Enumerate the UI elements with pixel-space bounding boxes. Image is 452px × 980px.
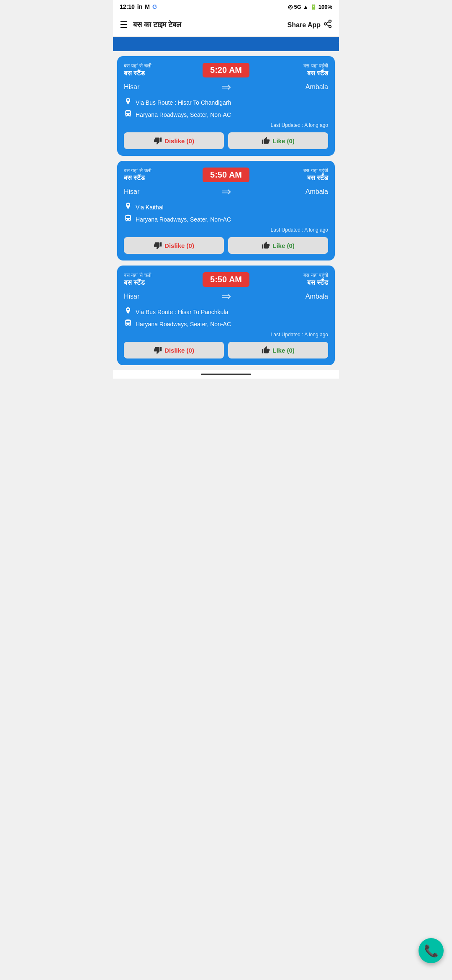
bus-card: बस यहां से चली बस स्टैंड 5:50 AM बस यहा … bbox=[117, 266, 335, 365]
arrow-col: ⇒ bbox=[216, 289, 236, 303]
bus-service-text: Haryana Roadways, Seater, Non-AC bbox=[136, 321, 231, 328]
from-city: Hisar bbox=[124, 188, 216, 196]
app-header: ☰ बस का टाइम टेबल Share App bbox=[113, 13, 339, 37]
from-name: बस स्टैंड bbox=[124, 279, 203, 286]
like-label: Like (0) bbox=[272, 347, 295, 354]
to-city: Ambala bbox=[236, 293, 328, 300]
like-label: Like (0) bbox=[272, 137, 295, 144]
time-col: 5:50 AM bbox=[203, 272, 249, 287]
info-banner: कृपया यात्रा की योजना बनाने से पहले बस स… bbox=[113, 37, 339, 51]
bus-icon bbox=[124, 319, 132, 329]
time-badge: 5:20 AM bbox=[203, 63, 249, 77]
from-name: बस स्टैंड bbox=[124, 174, 203, 182]
battery-level: 100% bbox=[318, 4, 332, 10]
to-name: बस स्टैंड bbox=[249, 70, 328, 77]
arrow-right-icon: ⇒ bbox=[221, 185, 231, 199]
from-col: बस यहां से चली बस स्टैंड bbox=[124, 168, 203, 182]
bus-card: बस यहां से चली बस स्टैंड 5:50 AM बस यहा … bbox=[117, 161, 335, 260]
linkedin-icon: in bbox=[137, 3, 142, 10]
route-icon bbox=[124, 97, 132, 108]
bus-card: बस यहां से चली बस स्टैंड 5:20 AM बस यहा … bbox=[117, 56, 335, 156]
to-label: बस यहा पहुंची bbox=[249, 168, 328, 173]
to-col: बस यहा पहुंची बस स्टैंड bbox=[249, 168, 328, 182]
dislike-label: Dislike (0) bbox=[164, 242, 194, 249]
card-header: बस यहां से चली बस स्टैंड 5:50 AM बस यहा … bbox=[124, 272, 328, 287]
bus-info: Haryana Roadways, Seater, Non-AC bbox=[124, 319, 328, 329]
arrow-col: ⇒ bbox=[216, 185, 236, 199]
to-city-col: Ambala bbox=[236, 83, 328, 91]
card-actions: Dislike (0) Like (0) bbox=[124, 342, 328, 358]
dislike-label: Dislike (0) bbox=[164, 347, 194, 354]
city-row: Hisar ⇒ Ambala bbox=[124, 185, 328, 199]
hamburger-menu[interactable]: ☰ bbox=[120, 20, 128, 31]
to-label: बस यहा पहुंची bbox=[249, 272, 328, 278]
bus-cards-list: बस यहां से चली बस स्टैंड 5:20 AM बस यहा … bbox=[113, 56, 339, 365]
last-updated: Last Updated : A long ago bbox=[124, 227, 328, 233]
gmail-icon: M bbox=[145, 3, 150, 10]
time-badge: 5:50 AM bbox=[203, 272, 249, 287]
arrow-right-icon: ⇒ bbox=[221, 80, 231, 94]
svg-line-4 bbox=[326, 22, 329, 23]
share-label: Share App bbox=[288, 21, 321, 29]
status-bar: 12:10 in M G ◎ 5G ▲ 🔋 100% bbox=[113, 0, 339, 13]
from-col: बस यहां से चली बस स्टैंड bbox=[124, 63, 203, 77]
like-button[interactable]: Like (0) bbox=[228, 132, 328, 149]
route-info: Via Kaithal bbox=[124, 202, 328, 212]
bus-info: Haryana Roadways, Seater, Non-AC bbox=[124, 214, 328, 224]
to-city: Ambala bbox=[236, 83, 328, 91]
dislike-button[interactable]: Dislike (0) bbox=[124, 132, 224, 149]
share-icon bbox=[323, 19, 332, 31]
last-updated: Last Updated : A long ago bbox=[124, 122, 328, 128]
route-info: Via Bus Route : Hisar To Panchkula bbox=[124, 307, 328, 317]
wifi-icon: ◎ bbox=[288, 4, 293, 10]
app-title: बस का टाइम टेबल bbox=[133, 21, 181, 29]
home-bar bbox=[113, 370, 339, 379]
card-header: बस यहां से चली बस स्टैंड 5:50 AM बस यहा … bbox=[124, 168, 328, 182]
city-row: Hisar ⇒ Ambala bbox=[124, 80, 328, 94]
dislike-label: Dislike (0) bbox=[164, 137, 194, 144]
to-label: बस यहा पहुंची bbox=[249, 63, 328, 69]
to-col: बस यहा पहुंची बस स्टैंड bbox=[249, 63, 328, 77]
status-left: 12:10 in M G bbox=[120, 3, 157, 10]
route-text: Via Bus Route : Hisar To Chandigarh bbox=[136, 99, 231, 106]
battery-icon: 🔋 bbox=[310, 4, 317, 10]
card-actions: Dislike (0) Like (0) bbox=[124, 237, 328, 254]
status-right: ◎ 5G ▲ 🔋 100% bbox=[288, 4, 332, 10]
to-city: Ambala bbox=[236, 188, 328, 196]
route-text: Via Bus Route : Hisar To Panchkula bbox=[136, 309, 228, 315]
from-label: बस यहां से चली bbox=[124, 168, 203, 173]
from-col: बस यहां से चली बस स्टैंड bbox=[124, 272, 203, 286]
bus-service-text: Haryana Roadways, Seater, Non-AC bbox=[136, 216, 231, 223]
from-label: बस यहां से चली bbox=[124, 272, 203, 278]
from-name: बस स्टैंड bbox=[124, 70, 203, 77]
dislike-button[interactable]: Dislike (0) bbox=[124, 342, 224, 358]
to-city-col: Ambala bbox=[236, 293, 328, 300]
like-button[interactable]: Like (0) bbox=[228, 342, 328, 358]
dislike-button[interactable]: Dislike (0) bbox=[124, 237, 224, 254]
like-button[interactable]: Like (0) bbox=[228, 237, 328, 254]
arrow-col: ⇒ bbox=[216, 80, 236, 94]
like-label: Like (0) bbox=[272, 242, 295, 249]
banner-text: कृपया यात्रा की योजना बनाने से पहले बस स… bbox=[113, 40, 339, 48]
bus-info: Haryana Roadways, Seater, Non-AC bbox=[124, 109, 328, 120]
from-city: Hisar bbox=[124, 83, 216, 91]
signal-label: 5G bbox=[294, 4, 301, 10]
arrow-right-icon: ⇒ bbox=[221, 289, 231, 303]
bus-service-text: Haryana Roadways, Seater, Non-AC bbox=[136, 111, 231, 118]
from-city-col: Hisar bbox=[124, 83, 216, 91]
share-app-button[interactable]: Share App bbox=[288, 19, 332, 31]
route-icon bbox=[124, 202, 132, 212]
last-updated: Last Updated : A long ago bbox=[124, 332, 328, 338]
from-city-col: Hisar bbox=[124, 188, 216, 196]
bus-icon bbox=[124, 109, 132, 120]
google-icon: G bbox=[152, 3, 157, 10]
city-row: Hisar ⇒ Ambala bbox=[124, 289, 328, 303]
to-name: बस स्टैंड bbox=[249, 279, 328, 286]
from-city-col: Hisar bbox=[124, 293, 216, 300]
time-col: 5:20 AM bbox=[203, 63, 249, 77]
time-badge: 5:50 AM bbox=[203, 168, 249, 182]
bus-icon bbox=[124, 214, 132, 224]
from-label: बस यहां से चली bbox=[124, 63, 203, 69]
to-city-col: Ambala bbox=[236, 188, 328, 196]
route-icon bbox=[124, 307, 132, 317]
